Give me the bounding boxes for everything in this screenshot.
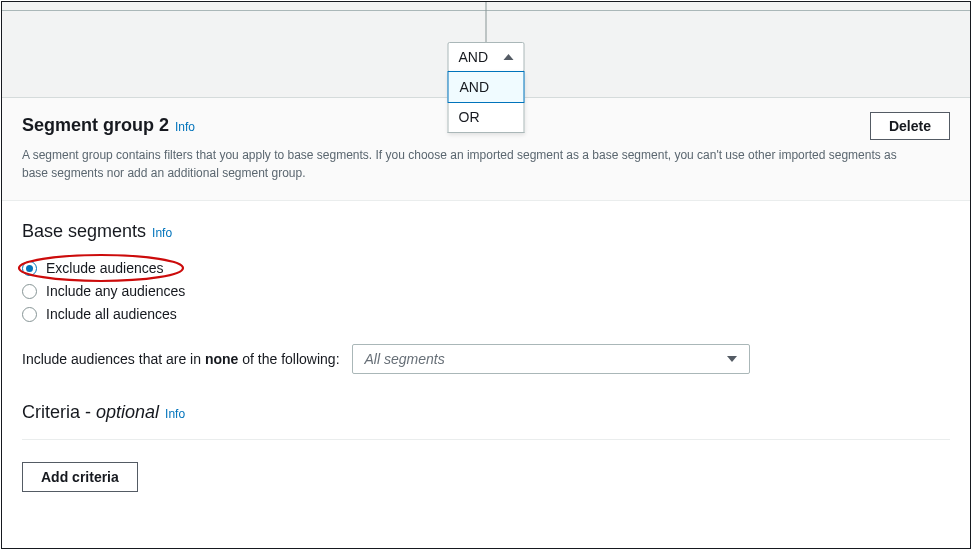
- base-segments-title: Base segments: [22, 221, 146, 242]
- delete-button[interactable]: Delete: [870, 112, 950, 140]
- criteria-dash: -: [80, 402, 96, 422]
- add-criteria-button[interactable]: Add criteria: [22, 462, 138, 492]
- audience-radio-group: Exclude audiences Include any audiences …: [22, 260, 950, 322]
- base-segments-info-link[interactable]: Info: [152, 226, 172, 240]
- radio-include-any-audiences[interactable]: Include any audiences: [22, 283, 950, 299]
- criteria-divider: [22, 439, 950, 440]
- segments-select[interactable]: All segments: [352, 344, 750, 374]
- criteria-heading: Criteria - optional Info: [22, 402, 185, 423]
- segment-group-body: Base segments Info Exclude audiences Inc…: [2, 201, 970, 512]
- radio-label: Exclude audiences: [46, 260, 164, 276]
- criteria-title: Criteria: [22, 402, 80, 422]
- base-segments-heading: Base segments Info: [22, 221, 172, 242]
- criteria-optional: optional: [96, 402, 159, 422]
- radio-label: Include any audiences: [46, 283, 185, 299]
- radio-icon: [22, 307, 37, 322]
- include-suffix: of the following:: [238, 351, 339, 367]
- include-audiences-text: Include audiences that are in none of th…: [22, 351, 340, 367]
- logic-option-or[interactable]: OR: [449, 102, 524, 132]
- logic-dropdown[interactable]: AND AND OR: [448, 42, 525, 133]
- segment-group-title: Segment group 2 Info: [22, 115, 195, 136]
- radio-include-all-audiences[interactable]: Include all audiences: [22, 306, 950, 322]
- include-audiences-row: Include audiences that are in none of th…: [22, 344, 950, 374]
- top-connector-band: AND AND OR: [2, 2, 970, 98]
- logic-option-and[interactable]: AND: [448, 71, 525, 103]
- chevron-up-icon: [504, 54, 514, 60]
- include-prefix: Include audiences that are in: [22, 351, 205, 367]
- logic-dropdown-menu: AND OR: [448, 71, 525, 133]
- radio-label: Include all audiences: [46, 306, 177, 322]
- radio-icon: [22, 284, 37, 299]
- vertical-connector-line: [486, 2, 487, 42]
- segment-group-info-link[interactable]: Info: [175, 120, 195, 134]
- criteria-info-link[interactable]: Info: [165, 407, 185, 421]
- include-bold: none: [205, 351, 238, 367]
- segment-group-description: A segment group contains filters that yo…: [22, 146, 922, 182]
- radio-icon: [22, 261, 37, 276]
- logic-dropdown-toggle[interactable]: AND: [448, 42, 525, 72]
- segments-select-placeholder: All segments: [365, 351, 445, 367]
- chevron-down-icon: [727, 356, 737, 362]
- segment-group-title-text: Segment group 2: [22, 115, 169, 136]
- logic-dropdown-value: AND: [459, 49, 489, 65]
- radio-exclude-audiences[interactable]: Exclude audiences: [22, 260, 950, 276]
